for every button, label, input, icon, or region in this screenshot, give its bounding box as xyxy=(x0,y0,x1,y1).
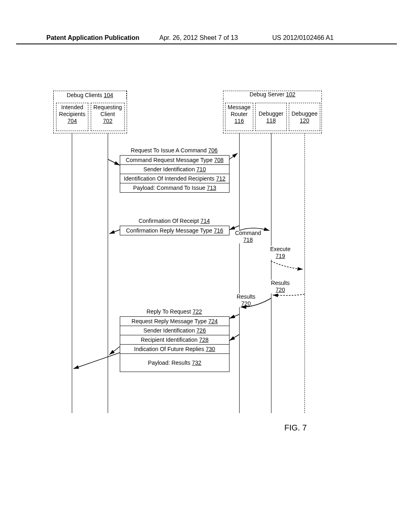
svg-line-5 xyxy=(229,335,239,341)
svg-line-0 xyxy=(108,159,120,165)
svg-line-4 xyxy=(229,314,239,318)
figure-label: FIG. 7 xyxy=(284,423,307,432)
svg-line-1 xyxy=(229,153,238,159)
svg-line-2 xyxy=(229,226,239,230)
svg-line-7 xyxy=(73,353,120,369)
svg-line-3 xyxy=(109,230,120,234)
arrows-overlay xyxy=(0,0,413,532)
